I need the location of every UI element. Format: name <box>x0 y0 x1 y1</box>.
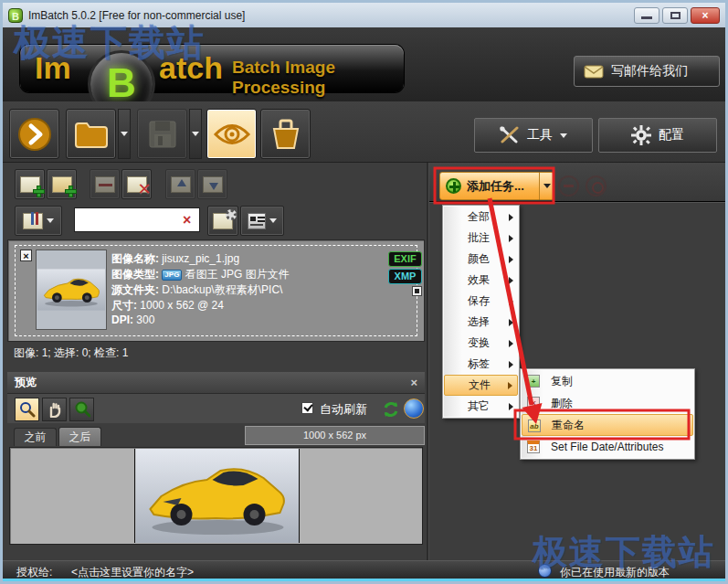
view-mode-button[interactable] <box>240 206 284 236</box>
chevron-down-icon <box>192 132 199 136</box>
move-down-icon <box>203 176 223 193</box>
tab-before[interactable]: 之前 <box>14 428 57 446</box>
chevron-down-icon <box>543 184 551 188</box>
jpg-type-icon: JPG <box>162 270 182 281</box>
menu-item-color[interactable]: 颜色 <box>444 249 518 270</box>
logo: Im B atch Batch Image Processing <box>20 45 404 92</box>
reset-task-button[interactable] <box>586 175 607 196</box>
chevron-down-icon <box>269 218 277 223</box>
menu-item-transform[interactable]: 变换 <box>444 333 518 354</box>
add-folder-icon <box>52 176 72 193</box>
tasks-store-button[interactable] <box>260 109 311 159</box>
write-email-button[interactable]: 写邮件给我们 <box>574 56 720 87</box>
preview-header: 预览 × <box>7 372 425 394</box>
add-images-dropdown[interactable] <box>118 109 131 159</box>
clear-list-button[interactable]: ✕ <box>121 169 152 199</box>
preview-canvas[interactable] <box>9 447 423 545</box>
save-dropdown[interactable] <box>189 109 202 159</box>
menu-item-annotate[interactable]: 批注 <box>444 228 518 249</box>
move-up-icon <box>171 176 191 193</box>
add-task-dropdown[interactable] <box>540 172 554 200</box>
add-folder-button[interactable] <box>47 169 77 199</box>
item-thumbnail[interactable] <box>36 250 107 330</box>
image-list[interactable]: × 图像名称: jisuxz_pic_1.jpg 图像类型: JPG 看图王 J… <box>7 239 425 342</box>
file-type-line: 图像类型: JPG 看图王 JPG 图片文件 <box>111 267 290 282</box>
sort-button[interactable] <box>15 206 62 236</box>
menu-item-save[interactable]: 保存 <box>444 291 518 312</box>
submenu-arrow-icon <box>509 235 513 242</box>
add-task-label: 添加任务... <box>467 178 524 195</box>
add-images-button[interactable] <box>66 109 116 159</box>
submenu-arrow-icon <box>509 214 513 221</box>
move-up-button[interactable] <box>165 169 195 199</box>
run-tasks-button[interactable] <box>9 109 59 159</box>
remove-task-button[interactable] <box>558 175 579 196</box>
batch-settings-button[interactable] <box>207 206 238 236</box>
logo-text-atch: atch <box>159 50 223 86</box>
preview-close-icon[interactable]: × <box>410 376 417 389</box>
minimize-button[interactable] <box>634 7 659 24</box>
submenu-item-set-file-date[interactable]: 31Set File Date/Attributes <box>522 436 693 458</box>
submenu-item-copy[interactable]: +复制 <box>522 370 693 392</box>
preview-image <box>134 449 300 543</box>
menu-item-tags[interactable]: 标签 <box>444 354 518 375</box>
zoom-tool-button[interactable] <box>15 398 39 421</box>
titlebar: B ImBatch 5.0.2 [Free for non-commercial… <box>3 3 725 27</box>
tools-menu-button[interactable]: 工具 <box>474 118 593 153</box>
menu-item-all[interactable]: 全部 <box>444 207 518 228</box>
file-size-line: 尺寸: 1000 x 562 @ 24 <box>111 298 224 313</box>
fit-tool-button[interactable] <box>69 398 94 421</box>
menu-item-effects[interactable]: 效果 <box>444 270 518 291</box>
config-button[interactable]: 配置 <box>598 118 717 153</box>
license-label: 授权给: <box>16 565 52 580</box>
images-gear-icon <box>213 213 233 229</box>
panel-splitter[interactable] <box>427 163 429 560</box>
remove-image-button[interactable] <box>90 169 120 199</box>
item-checkbox[interactable]: × <box>20 250 32 261</box>
add-image-button[interactable] <box>15 169 45 199</box>
clear-list-icon: ✕ <box>127 176 147 193</box>
tools-label: 工具 <box>527 127 553 143</box>
tab-after[interactable]: 之后 <box>58 427 101 446</box>
eye-icon <box>213 121 251 148</box>
list-status: 图像: 1; 选择: 0; 检查: 1 <box>14 345 128 361</box>
close-button[interactable]: × <box>691 7 720 24</box>
file-submenu: +复制 ✕删除 ab重命名 31Set File Date/Attributes <box>520 368 695 460</box>
basket-icon <box>269 118 303 151</box>
maximize-button[interactable] <box>662 7 688 24</box>
submenu-arrow-icon <box>509 361 513 368</box>
pan-tool-button[interactable] <box>42 398 67 421</box>
submenu-item-rename[interactable]: ab重命名 <box>522 414 693 436</box>
add-task-button[interactable]: 添加任务... <box>439 172 540 200</box>
close-icon: × <box>691 8 719 23</box>
update-status: 你已在使用最新的版本 <box>560 565 670 580</box>
exif-badge[interactable]: EXIF <box>388 251 422 267</box>
chevron-down-icon <box>121 132 128 136</box>
menu-item-other[interactable]: 其它 <box>444 396 518 417</box>
preview-title: 预览 <box>15 375 37 390</box>
preview-size-readout: 1000 x 562 px <box>245 426 425 445</box>
clear-filter-icon[interactable]: × <box>183 212 191 228</box>
sort-icon <box>23 213 43 229</box>
license-value[interactable]: <点击这里设置你的名字> <box>71 565 194 580</box>
app-icon: B <box>8 8 23 23</box>
submenu-item-delete[interactable]: ✕删除 <box>522 392 693 414</box>
auto-refresh-checkbox[interactable] <box>301 402 313 414</box>
save-button[interactable] <box>137 109 187 159</box>
file-dpi-line: DPI: 300 <box>111 313 154 326</box>
submenu-arrow-icon <box>509 298 513 305</box>
resize-grip[interactable] <box>709 568 722 579</box>
render-sphere-icon[interactable] <box>404 398 424 419</box>
gear-icon <box>631 125 651 145</box>
refresh-icon <box>382 400 400 419</box>
refresh-button[interactable] <box>378 398 403 421</box>
xmp-badge[interactable]: XMP <box>388 269 422 284</box>
item-option-box[interactable] <box>412 286 422 296</box>
submenu-arrow-icon <box>509 277 513 284</box>
preview-toggle-button[interactable] <box>206 109 257 159</box>
move-down-button[interactable] <box>197 169 227 199</box>
menu-item-file[interactable]: 文件 <box>444 375 518 396</box>
status-bar: 授权给: <点击这里设置你的名字> 你已在使用最新的版本 <box>3 560 725 581</box>
menu-item-select[interactable]: 选择 <box>444 312 518 333</box>
filter-input[interactable] <box>74 207 200 232</box>
